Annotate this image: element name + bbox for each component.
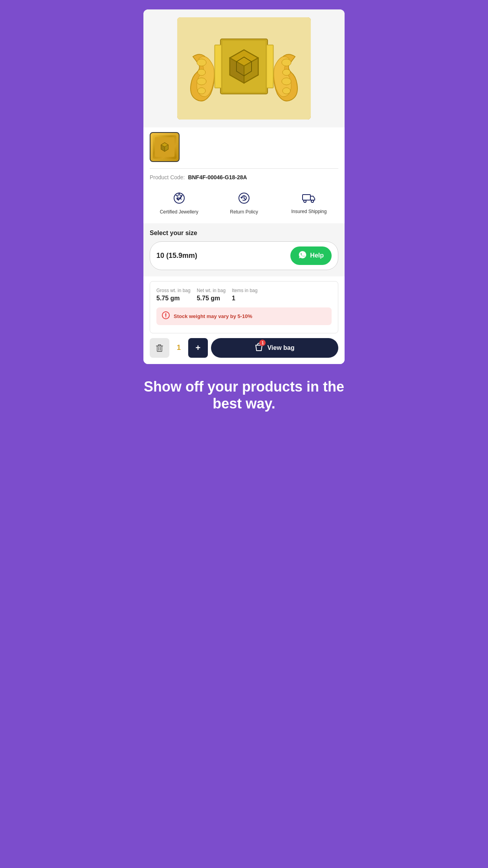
thumb-inner bbox=[153, 135, 176, 159]
outer-wrapper: Product Code: BNF4F-00046-G18-28A Certif… bbox=[134, 0, 354, 428]
stock-warning-text: Stock weight may vary by 5-10% bbox=[174, 313, 252, 319]
shipping-label: Insured Shipping bbox=[291, 209, 327, 215]
size-section: Select your size 10 (15.9mm) Help bbox=[143, 223, 345, 276]
shipping-icon bbox=[302, 193, 316, 206]
svg-rect-4 bbox=[215, 46, 221, 87]
net-value: 5.75 gm bbox=[197, 295, 226, 302]
bag-info-row: Gross wt. in bag 5.75 gm Net wt. in bag … bbox=[156, 288, 332, 302]
tagline-text: Show off your products in the best way. bbox=[143, 378, 345, 412]
delete-button[interactable] bbox=[150, 338, 169, 358]
svg-point-31 bbox=[311, 200, 314, 202]
svg-line-28 bbox=[244, 198, 245, 199]
svg-point-35 bbox=[165, 316, 166, 317]
bag-info-section: Gross wt. in bag 5.75 gm Net wt. in bag … bbox=[150, 281, 338, 333]
quantity-count: 1 bbox=[171, 344, 187, 352]
product-code-label: Product Code: bbox=[150, 174, 185, 180]
svg-point-18 bbox=[282, 78, 291, 85]
gross-weight-item: Gross wt. in bag 5.75 gm bbox=[156, 288, 191, 302]
whatsapp-icon bbox=[298, 250, 307, 261]
tagline-section: Show off your products in the best way. bbox=[134, 364, 354, 428]
svg-point-15 bbox=[198, 88, 205, 94]
features-row: Certified Jewellery Return Policy bbox=[143, 186, 345, 223]
quantity-controls: 1 + bbox=[150, 338, 208, 358]
help-button[interactable]: Help bbox=[290, 246, 332, 265]
gross-value: 5.75 gm bbox=[156, 295, 191, 302]
svg-point-17 bbox=[283, 69, 290, 75]
size-selector[interactable]: 10 (15.9mm) Help bbox=[150, 241, 338, 270]
svg-rect-6 bbox=[267, 46, 273, 87]
help-label: Help bbox=[310, 252, 324, 259]
size-label: Select your size bbox=[150, 230, 338, 237]
stock-warning: Stock weight may vary by 5-10% bbox=[156, 307, 332, 325]
bag-icon: 1 bbox=[255, 342, 263, 353]
product-code-value: BNF4F-00046-G18-28A bbox=[188, 174, 247, 180]
svg-point-16 bbox=[282, 59, 291, 66]
thumbnail-1[interactable] bbox=[150, 132, 180, 162]
svg-rect-29 bbox=[303, 195, 310, 200]
thumbnails-row bbox=[143, 127, 345, 168]
bag-badge: 1 bbox=[259, 340, 266, 346]
svg-point-14 bbox=[197, 78, 206, 85]
feature-certified: Certified Jewellery bbox=[147, 192, 211, 215]
svg-point-30 bbox=[304, 200, 306, 202]
svg-point-19 bbox=[283, 88, 290, 94]
svg-point-13 bbox=[198, 69, 205, 75]
action-row: 1 + 1 View bag bbox=[143, 333, 345, 364]
size-value: 10 (15.9mm) bbox=[156, 252, 197, 260]
items-label: Items in bag bbox=[232, 288, 257, 293]
svg-point-25 bbox=[174, 193, 184, 203]
main-image-container bbox=[143, 9, 345, 127]
items-value: 1 bbox=[232, 295, 257, 302]
certified-label: Certified Jewellery bbox=[160, 209, 198, 215]
plus-button[interactable]: + bbox=[188, 338, 208, 358]
svg-point-12 bbox=[197, 59, 206, 66]
items-in-bag-item: Items in bag 1 bbox=[232, 288, 257, 302]
return-icon bbox=[238, 192, 250, 207]
view-bag-label: View bag bbox=[267, 344, 294, 351]
certified-icon bbox=[173, 192, 185, 207]
main-product-image bbox=[177, 17, 311, 120]
product-code-row: Product Code: BNF4F-00046-G18-28A bbox=[143, 169, 345, 186]
net-label: Net wt. in bag bbox=[197, 288, 226, 293]
feature-shipping: Insured Shipping bbox=[277, 193, 341, 215]
warning-icon bbox=[162, 311, 170, 321]
view-bag-button[interactable]: 1 View bag bbox=[211, 338, 338, 358]
net-weight-item: Net wt. in bag 5.75 gm bbox=[197, 288, 226, 302]
product-card: Product Code: BNF4F-00046-G18-28A Certif… bbox=[143, 9, 345, 364]
gross-label: Gross wt. in bag bbox=[156, 288, 191, 293]
feature-return: Return Policy bbox=[211, 192, 276, 215]
return-label: Return Policy bbox=[230, 209, 258, 215]
